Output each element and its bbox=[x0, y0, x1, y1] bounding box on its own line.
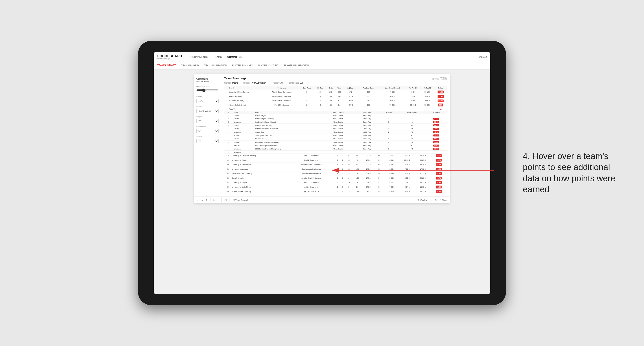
hover-col-type: Event Type bbox=[354, 111, 380, 114]
col-low-overall: Low Overall Record bbox=[379, 86, 406, 90]
more-button[interactable]: ··· bbox=[217, 199, 219, 201]
hover-table-row[interactable]: 7 Univers… Cabo Collegiate University NC… bbox=[224, 117, 447, 120]
hover-table: # Team Event Event Division Event Type R… bbox=[224, 111, 447, 154]
sidebar-title: Committee bbox=[196, 78, 218, 80]
nav-link-tournaments[interactable]: TOURNAMENTS bbox=[189, 55, 208, 59]
school-select[interactable]: (All) bbox=[196, 139, 218, 143]
filter-region: Region: All bbox=[273, 82, 283, 84]
sidebar: Committee Portal Review Minimum Rounds G… bbox=[194, 74, 221, 196]
data-header: Team Standings Update time: 13/03/2024 1… bbox=[224, 77, 447, 80]
table-row[interactable]: 3 Vanderbilt University Southeastern Con… bbox=[224, 99, 447, 103]
table-row[interactable]: 19 University of Texas Big 12 Conference… bbox=[224, 158, 447, 163]
hover-table-row[interactable]: 16 Univers… 2023 Sahalee Players Champio… bbox=[224, 147, 447, 151]
table-row[interactable]: 18 University of California, Berkeley Pa… bbox=[224, 154, 447, 158]
annotation-text: 4. Hover over a team's points to see add… bbox=[523, 151, 622, 195]
hover-col-event: Event bbox=[254, 111, 323, 114]
hover-table-row[interactable]: 17 Univers… bbox=[224, 151, 447, 154]
hover-col-w-points: W Points bbox=[426, 111, 447, 114]
col-vs50: Vs Top 50 bbox=[420, 86, 434, 90]
watch-button[interactable]: 👁 Watch ▾ bbox=[417, 199, 427, 201]
table-row[interactable]: 24 University of Oregon Pac-12 Conferenc… bbox=[224, 180, 447, 185]
subnav-player-h2h-grid[interactable]: PLAYER H2H GRID bbox=[258, 63, 278, 68]
hover-table-row[interactable]: 13 Univers… Williams Cup NCAA Division I… bbox=[224, 137, 447, 141]
undo-button[interactable]: ↩ bbox=[197, 199, 198, 201]
table-row[interactable]: 25 University of North Florida ASUN Conf… bbox=[224, 185, 447, 189]
hover-table-row[interactable]: 6 Univers… Cabo Collegiate NCAA Division… bbox=[224, 114, 447, 117]
hover-table-row[interactable]: 8 Univers… Southern Highlands Collegiate… bbox=[224, 120, 447, 124]
subnav-team-summary[interactable]: TEAM SUMMARY bbox=[157, 63, 176, 68]
col-avg-low: Avg Low Score bbox=[358, 86, 379, 90]
nav-links: TOURNAMENTS TEAMS COMMITTEE bbox=[189, 55, 475, 59]
reset-button[interactable]: ⟳ bbox=[206, 199, 208, 201]
hover-table-row[interactable]: 12 Florida I The Cypress Point Classic N… bbox=[224, 134, 447, 137]
grid-button[interactable]: ⊞ bbox=[435, 199, 437, 201]
sub-nav: TEAM SUMMARY TEAM H2H GRID TEAM H2H HEAT… bbox=[154, 62, 490, 69]
annotation-area: 4. Hover over a team's points to see add… bbox=[523, 151, 622, 195]
min-rounds-slider[interactable] bbox=[196, 89, 218, 92]
tablet-screen: SCOREBOARD Powered by clippd TOURNAMENTS… bbox=[154, 52, 490, 294]
sidebar-subtitle: Portal Review bbox=[196, 80, 218, 83]
toolbar-divider-1 bbox=[210, 198, 210, 202]
main-table: # School Conference Conf Rank No Tour Bn… bbox=[224, 86, 447, 111]
logo-text: SCOREBOARD bbox=[157, 54, 182, 58]
hover-table-row[interactable]: 9 Univers… Amer An Intercollegiate NCAA … bbox=[224, 124, 447, 127]
col-rank: # bbox=[224, 86, 228, 90]
update-time: Update time: 13/03/2024 10:03:42 bbox=[432, 77, 447, 80]
clock-button[interactable]: 🕐 bbox=[224, 199, 227, 201]
sidebar-label-conference: Conference bbox=[196, 126, 218, 128]
hover-col-team: Team bbox=[233, 111, 254, 114]
hover-table-row[interactable]: 10 Univers… National Invitational Tourna… bbox=[224, 127, 447, 130]
copy-button[interactable]: ⎘ bbox=[213, 199, 214, 201]
sidebar-label-region: Region bbox=[196, 116, 218, 118]
table-row[interactable]: 26 The Ohio State University Big Ten Con… bbox=[224, 189, 447, 194]
filter-row: Gender: Men's Division: NCAA Division I … bbox=[224, 82, 447, 84]
gender-select[interactable]: Men's Women's bbox=[196, 99, 218, 103]
division-select[interactable]: NCAA Division I NCAA Division II NCAA Di… bbox=[196, 109, 218, 113]
col-points: Points bbox=[434, 86, 447, 90]
sidebar-label-division: Division bbox=[196, 106, 218, 108]
table-row[interactable]: 23 Duke University Atlantic Coast Confer… bbox=[224, 176, 447, 180]
more-table: 18 University of California, Berkeley Pa… bbox=[224, 154, 447, 194]
nav-link-teams[interactable]: TEAMS bbox=[214, 55, 222, 59]
col-no-tour: No Tour bbox=[314, 86, 326, 90]
sign-out-button[interactable]: Sign out bbox=[475, 56, 487, 58]
sidebar-section-school: School (All) bbox=[196, 136, 218, 143]
share-button[interactable]: ↗ Share bbox=[439, 199, 447, 201]
col-bnds: Bnds bbox=[326, 86, 335, 90]
table-row[interactable]: 2 Auburn University Southeastern Confere… bbox=[224, 94, 447, 99]
subnav-team-h2h-grid[interactable]: TEAM H2H GRID bbox=[181, 63, 198, 68]
conference-select[interactable]: (All) bbox=[196, 129, 218, 133]
main-content: Committee Portal Review Minimum Rounds G… bbox=[154, 69, 490, 294]
hover-table-row[interactable]: 11 Univers… Copper Cup NCAA Division I M… bbox=[224, 130, 447, 134]
subnav-team-h2h-heatmap[interactable]: TEAM H2H HEATMAP bbox=[204, 63, 227, 68]
comment-button[interactable]: 💬 bbox=[430, 199, 432, 201]
col-conference: Conference bbox=[264, 86, 299, 90]
toolbar-divider-3 bbox=[230, 198, 230, 202]
redo-button[interactable]: ↪ bbox=[201, 199, 203, 201]
hover-table-header-row: # Team Event Event Division Event Type R… bbox=[224, 111, 447, 114]
table-row[interactable]: 20 University of New Mexico Mountain Wes… bbox=[224, 163, 447, 167]
tablet-device: SCOREBOARD Powered by clippd TOURNAMENTS… bbox=[138, 41, 506, 305]
data-area: Team Standings Update time: 13/03/2024 1… bbox=[221, 74, 450, 196]
nav-bar: SCOREBOARD Powered by clippd TOURNAMENTS… bbox=[154, 52, 490, 62]
hover-col-rank-impact: Rank Impact bbox=[398, 111, 426, 114]
subnav-player-summary[interactable]: PLAYER SUMMARY bbox=[232, 63, 253, 68]
region-select[interactable]: N/A All bbox=[196, 119, 218, 123]
table-row[interactable]: 4 Arizona State University Pac-12 Confer… bbox=[224, 103, 447, 107]
col-adj-score: Adj Score bbox=[344, 86, 358, 90]
subnav-player-h2h-heatmap[interactable]: PLAYER H2H HEATMAP bbox=[284, 63, 309, 68]
logo-sub: Powered by clippd bbox=[157, 58, 182, 59]
table-row[interactable]: 1 University of North Carolina Atlantic … bbox=[224, 90, 447, 94]
table-row[interactable]: 21 University of Alabama Southeastern Co… bbox=[224, 167, 447, 172]
view-original-button[interactable]: 📋 View: Original bbox=[232, 199, 248, 201]
hover-col-num: # bbox=[224, 111, 233, 114]
sidebar-section-division: Division NCAA Division I NCAA Division I… bbox=[196, 106, 218, 113]
table-row[interactable]: 5 Texas T… bbox=[224, 107, 447, 111]
sidebar-section-gender: Gender Men's Women's bbox=[196, 96, 218, 103]
app-panel: Committee Portal Review Minimum Rounds G… bbox=[194, 74, 450, 203]
hover-table-row[interactable]: 14 Georgia Ben Hogan Collegiate Invitati… bbox=[224, 141, 447, 144]
hover-table-row[interactable]: 15 East Ter OFCC Fighting Illini Invitat… bbox=[224, 144, 447, 147]
filter-gender: Gender: Men's bbox=[224, 82, 238, 84]
table-row[interactable]: 22 Mississippi State University Southeas… bbox=[224, 172, 447, 176]
nav-link-committee[interactable]: COMMITTEE bbox=[227, 55, 242, 59]
